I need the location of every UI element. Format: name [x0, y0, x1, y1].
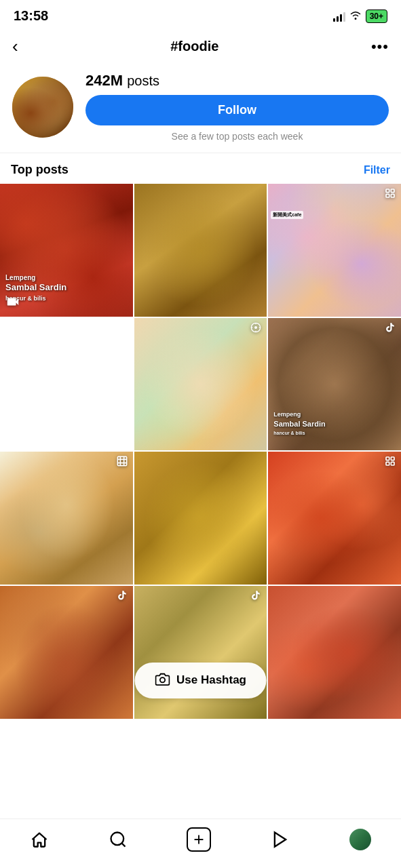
grid-item-7[interactable]: [134, 452, 267, 585]
status-bar: 13:58 30+: [0, 0, 401, 29]
nav-profile[interactable]: [349, 829, 371, 850]
follow-subtitle: See a few top posts each week: [85, 131, 389, 142]
reel-icon-4: [250, 322, 261, 336]
camera-icon: [155, 672, 170, 689]
reel-icon-1: [5, 294, 20, 313]
grid-item-8[interactable]: [268, 452, 401, 585]
status-icons: 30+: [333, 9, 387, 23]
back-button[interactable]: ‹: [12, 36, 18, 57]
nav-home[interactable]: [30, 830, 49, 849]
posts-grid: LempengSambal Sardinhancur & bilis 新開美式c…: [0, 184, 401, 719]
bottom-nav: [0, 818, 401, 868]
svg-rect-14: [391, 462, 394, 466]
grid-item-1[interactable]: LempengSambal Sardinhancur & bilis: [0, 184, 133, 317]
grid-item-4[interactable]: [134, 318, 267, 451]
multi-icon-6: [117, 456, 128, 469]
grid-item-2[interactable]: [134, 184, 267, 317]
grid-item-3[interactable]: 新開美式cafe: [268, 184, 401, 317]
grid-item-11[interactable]: [268, 586, 401, 719]
use-hashtag-button[interactable]: Use Hashtag: [134, 663, 267, 698]
filter-button[interactable]: Filter: [364, 164, 390, 176]
header: ‹ #foodie •••: [0, 29, 401, 64]
svg-rect-0: [386, 189, 389, 193]
svg-rect-12: [391, 457, 394, 460]
svg-rect-3: [391, 194, 394, 197]
grid-spacer: [0, 719, 401, 773]
battery-icon: 30+: [366, 9, 387, 23]
svg-point-15: [159, 677, 164, 682]
reel-icon-5: [385, 322, 396, 336]
use-hashtag-container: Use Hashtag: [134, 663, 267, 698]
svg-rect-13: [386, 462, 389, 466]
use-hashtag-label: Use Hashtag: [176, 673, 246, 687]
wifi-icon: [349, 10, 362, 22]
multi-icon-8: [385, 456, 396, 469]
hashtag-avatar: [12, 77, 73, 138]
reel-icon-10: [250, 590, 261, 604]
nav-reels[interactable]: [271, 830, 290, 849]
nav-add[interactable]: [187, 827, 211, 852]
more-button[interactable]: •••: [371, 38, 389, 56]
grid-item-6[interactable]: [0, 452, 133, 585]
follow-button[interactable]: Follow: [85, 95, 389, 125]
profile-info: 242M posts Follow See a few top posts ea…: [85, 72, 389, 142]
cafe-badge: 新開美式cafe: [271, 211, 303, 219]
nav-search[interactable]: [109, 830, 128, 849]
svg-point-5: [254, 326, 257, 329]
grid-wrapper: LempengSambal Sardinhancur & bilis 新開美式c…: [0, 184, 401, 719]
profile-section: 242M posts Follow See a few top posts ea…: [0, 64, 401, 146]
grid-item-10[interactable]: [134, 586, 267, 719]
svg-point-16: [111, 833, 123, 846]
status-time: 13:58: [14, 8, 48, 24]
grid-item-9[interactable]: [0, 586, 133, 719]
food-text-5: LempengSambal Sardinhancur & bilis: [273, 411, 325, 437]
svg-rect-11: [386, 457, 389, 460]
multi-icon-3: [385, 188, 396, 201]
svg-rect-1: [391, 189, 394, 193]
reel-icon-9: [117, 590, 128, 604]
posts-count: 242M posts: [85, 72, 389, 90]
profile-avatar: [349, 829, 371, 850]
section-title: Top posts: [11, 163, 69, 177]
svg-rect-2: [386, 194, 389, 197]
signal-icon: [333, 11, 345, 22]
grid-item-5[interactable]: LempengSambal Sardinhancur & bilis: [268, 318, 401, 451]
add-icon: [187, 827, 211, 852]
svg-rect-10: [117, 457, 126, 466]
svg-marker-17: [275, 833, 286, 847]
posts-label: posts: [127, 73, 159, 88]
section-header: Top posts Filter: [0, 153, 401, 184]
page-title: #foodie: [170, 39, 218, 54]
